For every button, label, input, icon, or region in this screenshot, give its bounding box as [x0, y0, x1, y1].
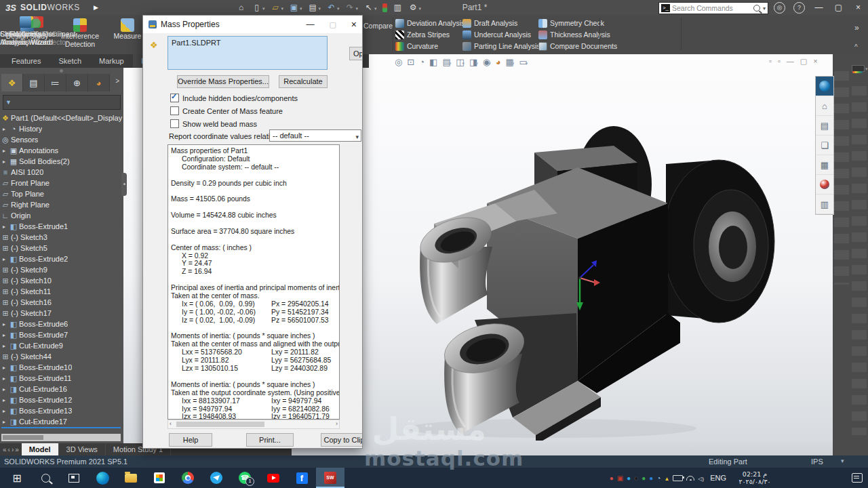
dropdown-caret-icon[interactable]: ▾: [475, 61, 478, 66]
quick-access-button[interactable]: [391, 1, 405, 14]
taskbar-app-button[interactable]: [288, 468, 316, 488]
dropdown-caret-icon[interactable]: ▾: [512, 61, 515, 66]
quick-access-button[interactable]: [361, 1, 379, 14]
view-tab[interactable]: Model: [22, 443, 59, 455]
doc-restore-icon[interactable]: [800, 57, 807, 66]
expand-arrow-icon[interactable]: [0, 397, 8, 403]
dropdown-caret-icon[interactable]: [374, 3, 377, 12]
dropdown-caret-icon[interactable]: [318, 3, 321, 12]
taskbar-app-button[interactable]: [259, 468, 288, 488]
quick-access-button[interactable]: [380, 1, 389, 14]
ribbon-item[interactable]: Draft Analysis: [462, 18, 540, 28]
panel-tab[interactable]: [45, 74, 66, 92]
tray-warning-icon[interactable]: [664, 474, 669, 482]
hud-button[interactable]: ▾: [429, 57, 437, 67]
print-button[interactable]: Print...: [246, 433, 294, 447]
tree-item[interactable]: Boss-Extrude10: [0, 362, 123, 373]
units-label[interactable]: IPS: [811, 458, 823, 466]
doc-minimize-icon[interactable]: [787, 57, 794, 66]
tree-item[interactable]: (-) Sketch17: [0, 308, 123, 319]
hud-button[interactable]: ▾: [419, 57, 425, 67]
expand-arrow-icon[interactable]: [0, 365, 8, 371]
checkbox-row[interactable]: Show weld bead mass: [170, 117, 298, 130]
expand-arrow-icon[interactable]: [0, 148, 8, 154]
ribbon-item[interactable]: Symmetry Check: [538, 18, 617, 28]
checkbox[interactable]: [170, 119, 179, 128]
help-icon[interactable]: ?: [793, 2, 805, 14]
dropdown-caret-icon[interactable]: [418, 3, 422, 12]
tree-item[interactable]: Top Plane: [0, 188, 123, 199]
quick-access-button[interactable]: [406, 1, 424, 14]
expand-arrow-icon[interactable]: [0, 386, 8, 392]
taskbar-app-button[interactable]: [31, 468, 60, 488]
taskbar-app-button[interactable]: [3, 468, 31, 488]
report-horizontal-scrollbar[interactable]: ‹ ›: [167, 420, 340, 429]
tray-battery-icon[interactable]: [673, 475, 683, 481]
expand-arrow-icon[interactable]: [0, 224, 8, 230]
hud-button[interactable]: ▾: [407, 57, 414, 67]
expand-arrow-icon[interactable]: [0, 126, 8, 132]
taskbar-app-button[interactable]: [174, 468, 202, 488]
dropdown-caret-icon[interactable]: ▾: [462, 61, 465, 66]
dropdown-caret-icon[interactable]: [262, 3, 265, 12]
hud-button[interactable]: ▾: [395, 57, 402, 67]
recalculate-button[interactable]: Recalculate: [279, 75, 328, 88]
clock[interactable]: 02:21 م ٢٠٢٥/٠٨/٣٠: [732, 470, 777, 485]
expand-arrow-icon[interactable]: [0, 321, 8, 327]
hud-button[interactable]: ▾: [496, 57, 501, 67]
tree-item[interactable]: Cut-Extrude16: [0, 384, 123, 394]
expand-arrow-icon[interactable]: [0, 375, 8, 382]
tray-wifi-icon[interactable]: [686, 475, 694, 481]
taskbar-app-button[interactable]: [60, 468, 88, 488]
layer-color-icon[interactable]: [852, 65, 865, 72]
tree-item[interactable]: Boss-Extrude12: [0, 394, 123, 405]
quick-access-button[interactable]: [324, 1, 342, 14]
tree-item[interactable]: Annotations: [0, 145, 123, 156]
task-pane-tab[interactable]: [816, 136, 833, 155]
expand-arrow-icon[interactable]: [0, 256, 8, 262]
units-caret-icon[interactable]: ▾: [841, 458, 844, 464]
checkbox[interactable]: [170, 94, 179, 102]
dropdown-caret-icon[interactable]: ▾: [355, 131, 359, 142]
tree-horizontal-scrollbar[interactable]: [1, 434, 121, 441]
part-3d-model[interactable]: [327, 75, 815, 441]
task-pane-tab[interactable]: [816, 116, 833, 136]
tree-item[interactable]: Boss-Extrude11: [0, 373, 123, 384]
tray-telegram-icon[interactable]: [627, 474, 631, 482]
panel-tab[interactable]: [1, 74, 23, 92]
expand-arrow-icon[interactable]: [0, 332, 8, 338]
checkbox-row[interactable]: Include hidden bodies/components: [170, 92, 298, 104]
ribbon-overflow-chevron[interactable]: »: [854, 23, 859, 33]
dropdown-caret-icon[interactable]: [281, 3, 284, 12]
checkbox[interactable]: [170, 106, 179, 115]
action-center-icon[interactable]: [852, 473, 863, 483]
tree-item[interactable]: (-) Sketch3: [0, 232, 123, 243]
hud-button[interactable]: ▾: [506, 57, 515, 67]
ribbon-item[interactable]: Zebra Stripes: [395, 29, 465, 40]
dropdown-caret-icon[interactable]: [355, 3, 359, 12]
rollback-bar[interactable]: [1, 427, 121, 428]
tree-item[interactable]: Cut-Extrude9: [0, 340, 123, 351]
quick-access-button[interactable]: [287, 1, 304, 14]
tree-item[interactable]: AISI 1020: [0, 167, 123, 178]
ribbon-item[interactable]: Undercut Analysis: [462, 29, 540, 40]
expand-arrow-icon[interactable]: [0, 408, 8, 414]
quick-access-button[interactable]: [250, 1, 267, 14]
doc-pane2-icon[interactable]: [778, 57, 781, 66]
scrollbar-thumb[interactable]: [176, 422, 264, 427]
language-indicator[interactable]: ENG: [710, 474, 726, 482]
tree-item[interactable]: Cut-Extrude17: [0, 416, 123, 427]
quick-access-button[interactable]: [234, 1, 248, 14]
hud-button[interactable]: ▾: [483, 57, 491, 67]
search-input[interactable]: Search Commands: [672, 4, 753, 12]
dialog-minimize-button[interactable]: —: [306, 20, 314, 29]
tree-item[interactable]: Sensors: [0, 134, 123, 145]
panel-tab[interactable]: [23, 74, 45, 92]
panel-tabs-more-icon[interactable]: >: [115, 77, 119, 85]
dialog-close-button[interactable]: ×: [351, 19, 357, 30]
menu-expand-icon[interactable]: ▶: [94, 4, 98, 11]
tree-item[interactable]: Boss-Extrude7: [0, 329, 123, 340]
tree-item[interactable]: History: [0, 123, 123, 134]
taskbar-app-button[interactable]: [202, 468, 231, 488]
restore-button[interactable]: ▢: [829, 0, 848, 15]
